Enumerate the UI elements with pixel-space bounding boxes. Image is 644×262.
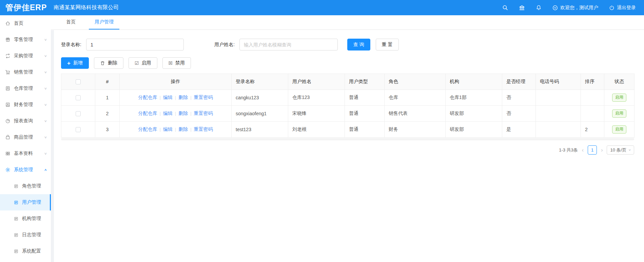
sidebar-item-purchase[interactable]: 采购管理 ∨ xyxy=(0,48,51,64)
sidebar-item-label: 用户管理 xyxy=(22,199,41,205)
sidebar-item-label: 系统管理 xyxy=(14,167,33,173)
row-operations: 分配仓库|编辑|删除|重置密码 xyxy=(120,122,232,138)
sidebar-item-label: 报表查询 xyxy=(14,118,33,124)
chevron-down-icon: ∨ xyxy=(44,152,47,155)
main-area: 首页 用户管理 登录名称: 用户姓名: 查 询 重 置 + 新增 删除 ☑ xyxy=(51,15,644,262)
tab-user-management[interactable]: 用户管理 xyxy=(89,15,119,29)
sidebar-item-user-management[interactable]: 用户管理 xyxy=(0,194,51,210)
row-sort xyxy=(536,122,581,138)
prev-page-button[interactable]: ‹ xyxy=(581,147,585,153)
sidebar: 首页 零售管理 ∨ 采购管理 ∨ 销售管理 ∨ 仓库管理 ∨ 财务管理 ∨ 报表… xyxy=(0,15,51,262)
column-status: 状态 xyxy=(604,74,635,90)
chevron-down-icon: ∨ xyxy=(44,103,47,106)
user-name-label: 用户姓名: xyxy=(214,42,235,48)
disable-button[interactable]: ☒ 禁用 xyxy=(162,57,191,69)
row-checkbox[interactable] xyxy=(76,95,81,100)
login-name-input[interactable] xyxy=(86,39,184,51)
user-menu[interactable]: 欢迎您，测试用户 xyxy=(552,5,598,11)
next-page-button[interactable]: › xyxy=(600,147,604,153)
bell-icon[interactable] xyxy=(536,5,542,11)
logout-button[interactable]: 退出登录 xyxy=(609,5,636,11)
edit-link[interactable]: 编辑 xyxy=(163,110,173,116)
separator: | xyxy=(190,111,191,116)
user-management-page: 登录名称: 用户姓名: 查 询 重 置 + 新增 删除 ☑ 启用 ☒ 禁用 xyxy=(51,30,644,155)
row-operations: 分配仓库|编辑|删除|重置密码 xyxy=(120,90,232,106)
cart-icon xyxy=(5,69,11,75)
home-icon xyxy=(5,21,11,26)
column-operations: 操作 xyxy=(120,74,232,90)
welcome-text: 欢迎您，测试用户 xyxy=(560,5,598,11)
status-badge: 启用 xyxy=(612,94,626,102)
assign-warehouse-link[interactable]: 分配仓库 xyxy=(138,95,157,100)
sidebar-item-system[interactable]: 系统管理 ∧ xyxy=(0,162,51,178)
list-icon xyxy=(14,216,19,221)
grid-icon xyxy=(5,151,11,156)
row-org: 仓库1部 xyxy=(446,90,502,106)
sidebar-item-org-management[interactable]: 机构管理 xyxy=(0,210,51,227)
row-role: 销售代表 xyxy=(385,106,446,122)
column-index: # xyxy=(95,74,120,90)
assign-warehouse-link[interactable]: 分配仓库 xyxy=(138,126,157,132)
select-all-checkbox[interactable] xyxy=(76,79,81,84)
sidebar-item-warehouse[interactable]: 仓库管理 ∨ xyxy=(0,80,51,97)
reset-password-link[interactable]: 重置密码 xyxy=(194,126,213,132)
sidebar-item-reports[interactable]: 报表查询 ∨ xyxy=(0,113,51,129)
sidebar-item-sales[interactable]: 销售管理 ∨ xyxy=(0,64,51,80)
assign-warehouse-link[interactable]: 分配仓库 xyxy=(138,110,157,116)
column-sort: 排序 xyxy=(581,74,604,90)
column-login-name: 登录名称 xyxy=(232,74,288,90)
chevron-down-icon: ∨ xyxy=(44,119,47,123)
delete-link[interactable]: 删除 xyxy=(178,126,188,132)
search-icon[interactable] xyxy=(502,5,508,11)
list-icon xyxy=(14,249,19,254)
delete-link[interactable]: 删除 xyxy=(178,110,188,116)
delete-button[interactable]: 删除 xyxy=(94,57,123,69)
sidebar-item-label: 角色管理 xyxy=(22,183,41,189)
app-logo[interactable]: 管伊佳ERP xyxy=(0,2,54,13)
bank-icon[interactable] xyxy=(519,5,525,11)
delete-link[interactable]: 删除 xyxy=(178,95,188,100)
sidebar-item-retail[interactable]: 零售管理 ∨ xyxy=(0,32,51,48)
row-login: cangku123 xyxy=(232,90,288,106)
separator: | xyxy=(159,127,160,132)
plus-icon: + xyxy=(67,60,71,66)
sidebar-item-log-management[interactable]: 日志管理 xyxy=(0,227,51,243)
page-number-button[interactable]: 1 xyxy=(588,145,597,155)
row-login: songxiaofeng1 xyxy=(232,106,288,122)
sidebar-item-label: 首页 xyxy=(14,20,23,26)
row-manager: 否 xyxy=(502,90,536,106)
sidebar-item-home[interactable]: 首页 xyxy=(0,15,51,32)
page-size-select[interactable]: 10 条/页 ∨ xyxy=(607,145,634,155)
reset-password-link[interactable]: 重置密码 xyxy=(194,110,213,116)
query-button[interactable]: 查 询 xyxy=(347,39,370,51)
row-role: 财务 xyxy=(385,122,446,138)
sidebar-item-label: 系统配置 xyxy=(22,248,41,254)
chevron-down-icon: ∨ xyxy=(628,148,631,152)
sidebar-item-label: 销售管理 xyxy=(14,69,33,75)
header-actions: 欢迎您，测试用户 退出登录 xyxy=(502,5,644,11)
edit-link[interactable]: 编辑 xyxy=(163,126,173,132)
status-badge: 启用 xyxy=(612,109,626,118)
enable-button[interactable]: ☑ 启用 xyxy=(129,57,157,69)
add-button[interactable]: + 新增 xyxy=(61,57,89,69)
row-checkbox[interactable] xyxy=(76,127,81,132)
sidebar-item-role-management[interactable]: 角色管理 xyxy=(0,178,51,194)
user-name-input[interactable] xyxy=(239,39,338,51)
content-gutter xyxy=(51,30,54,262)
sidebar-item-label: 仓库管理 xyxy=(14,85,33,92)
chevron-down-icon: ∨ xyxy=(44,87,47,90)
sidebar-item-label: 零售管理 xyxy=(14,37,33,43)
reset-button[interactable]: 重 置 xyxy=(376,39,399,51)
sidebar-item-system-config[interactable]: 系统配置 xyxy=(0,243,51,259)
row-index: 2 xyxy=(95,106,120,122)
edit-link[interactable]: 编辑 xyxy=(163,95,173,100)
horizontal-scrollbar[interactable] xyxy=(61,138,634,140)
refresh-icon xyxy=(5,53,11,59)
sidebar-item-basic-data[interactable]: 基本资料 ∨ xyxy=(0,145,51,162)
tab-home[interactable]: 首页 xyxy=(60,15,81,29)
reset-password-link[interactable]: 重置密码 xyxy=(194,95,213,100)
row-checkbox[interactable] xyxy=(76,111,81,116)
sidebar-item-finance[interactable]: 财务管理 ∨ xyxy=(0,97,51,113)
sidebar-item-products[interactable]: 商品管理 ∨ xyxy=(0,129,51,145)
row-name: 刘老根 xyxy=(288,122,345,138)
